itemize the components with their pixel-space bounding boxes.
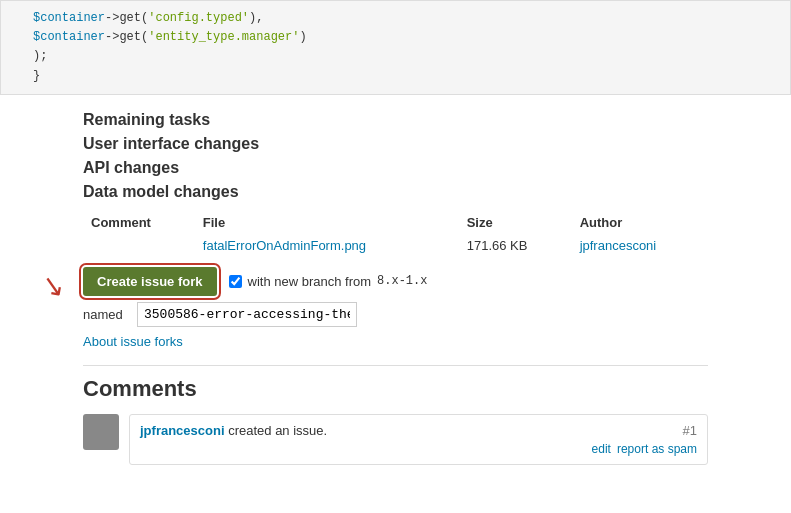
- cell-author: jpfrancesconi: [572, 234, 708, 257]
- code-line-4: }: [13, 67, 778, 86]
- cell-size: 171.66 KB: [459, 234, 572, 257]
- avatar: [83, 414, 119, 450]
- cell-file: fatalErrorOnAdminForm.png: [195, 234, 459, 257]
- comment-item: jpfrancesconi created an issue. #1 edit …: [83, 414, 708, 465]
- data-model-heading: Data model changes: [83, 183, 708, 201]
- file-link[interactable]: fatalErrorOnAdminForm.png: [203, 238, 366, 253]
- about-forks-link-container: About issue forks: [83, 333, 708, 349]
- author-link[interactable]: jpfrancesconi: [580, 238, 657, 253]
- col-file: File: [195, 211, 459, 234]
- table-row: fatalErrorOnAdminForm.png 171.66 KB jpfr…: [83, 234, 708, 257]
- comment-actions: edit report as spam: [140, 442, 697, 456]
- branch-label: with new branch from: [248, 274, 372, 289]
- comments-section: Comments jpfrancesconi created an issue.…: [83, 365, 708, 465]
- col-comment: Comment: [83, 211, 195, 234]
- code-line-3: );: [13, 47, 778, 66]
- red-arrow-indicator: ↘: [38, 267, 66, 303]
- code-line-2: $container->get('entity_type.manager'): [13, 28, 778, 47]
- col-size: Size: [459, 211, 572, 234]
- create-issue-fork-button[interactable]: Create issue fork: [83, 267, 217, 296]
- code-line-1: $container->get('config.typed'),: [13, 9, 778, 28]
- fork-checkbox-row: with new branch from 8.x-1.x: [229, 274, 428, 289]
- comment-number: #1: [683, 423, 697, 438]
- fork-row: ↘ Create issue fork with new branch from…: [83, 267, 708, 296]
- cell-comment: [83, 234, 195, 257]
- new-branch-checkbox[interactable]: [229, 275, 242, 288]
- comment-body: jpfrancesconi created an issue. #1 edit …: [129, 414, 708, 465]
- comment-text: jpfrancesconi created an issue.: [140, 423, 327, 438]
- content-area: Remaining tasks User interface changes A…: [0, 95, 791, 483]
- page-container: $container->get('config.typed'), $contai…: [0, 0, 791, 483]
- branch-name-input[interactable]: [137, 302, 357, 327]
- api-changes-heading: API changes: [83, 159, 708, 177]
- attachments-table: Comment File Size Author fatalErrorOnAdm…: [83, 211, 708, 257]
- col-author: Author: [572, 211, 708, 234]
- comment-header: jpfrancesconi created an issue. #1: [140, 423, 697, 438]
- about-issue-forks-link[interactable]: About issue forks: [83, 334, 183, 349]
- named-label: named: [83, 307, 131, 322]
- comments-heading: Comments: [83, 376, 708, 402]
- branch-name: 8.x-1.x: [377, 274, 427, 288]
- comment-action-text: created an issue.: [228, 423, 327, 438]
- branch-named-row: named: [83, 302, 708, 327]
- comment-user-link[interactable]: jpfrancesconi: [140, 423, 225, 438]
- edit-link[interactable]: edit: [592, 442, 611, 456]
- fork-section: ↘ Create issue fork with new branch from…: [83, 267, 708, 349]
- ui-changes-heading: User interface changes: [83, 135, 708, 153]
- report-as-spam-link[interactable]: report as spam: [617, 442, 697, 456]
- remaining-tasks-heading: Remaining tasks: [83, 111, 708, 129]
- code-block: $container->get('config.typed'), $contai…: [0, 0, 791, 95]
